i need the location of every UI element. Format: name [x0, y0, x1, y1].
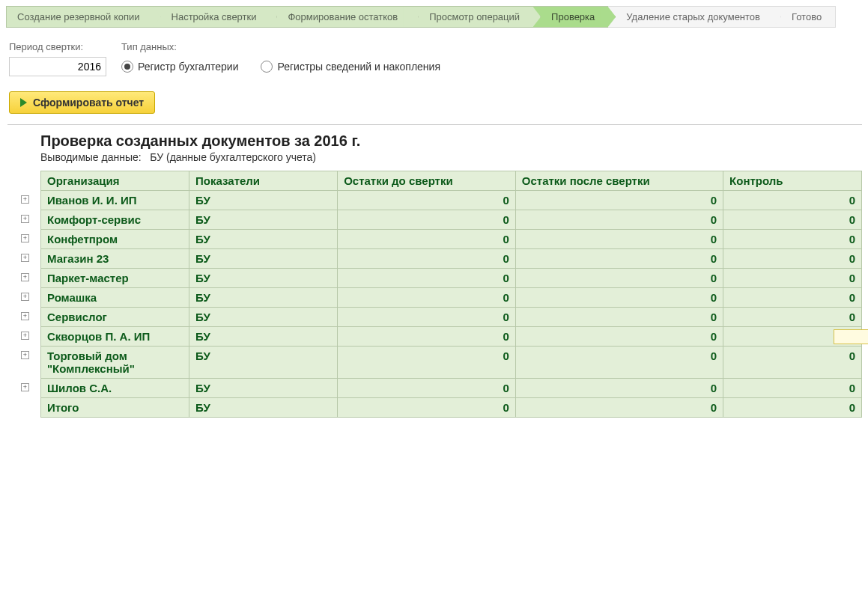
table-row: Магазин 23БУ000: [41, 249, 862, 269]
expand-icon[interactable]: +: [21, 332, 29, 340]
expand-icon[interactable]: +: [21, 293, 29, 301]
wizard-step-6[interactable]: Готово: [774, 6, 836, 28]
table-row: КонфетпромБУ000: [41, 230, 862, 249]
cell-after: 0: [515, 308, 723, 327]
cell-org: Паркет-мастер: [41, 269, 189, 288]
cell-control: 0: [723, 191, 862, 210]
cell-control: 0: [723, 308, 862, 327]
expand-icon[interactable]: +: [21, 383, 29, 391]
generate-report-label: Сформировать отчет: [33, 97, 144, 109]
cell-control: 0: [723, 249, 862, 269]
cell-after: 0: [515, 249, 723, 269]
cell-org: Торговый дом "Комплексный": [41, 347, 189, 379]
col-after: Остатки после свертки: [515, 171, 723, 191]
wizard-step-0[interactable]: Создание резервной копии: [6, 6, 154, 28]
wizard-step-5[interactable]: Удаление старых документов: [608, 6, 774, 28]
cell-org: Комфорт-сервис: [41, 210, 189, 230]
radio-icon: [121, 61, 133, 73]
expand-icon[interactable]: +: [21, 234, 29, 242]
table-row: Шилов С.А.БУ000: [41, 379, 862, 398]
expand-icon[interactable]: +: [21, 312, 29, 320]
cell-before: 0: [338, 347, 516, 379]
table-row: Комфорт-сервисБУ000: [41, 210, 862, 230]
side-tab[interactable]: [834, 329, 868, 344]
period-label: Период свертки:: [9, 41, 106, 52]
radio-accounting[interactable]: Регистр бухгалтерии: [121, 61, 238, 73]
wizard-steps: Создание резервной копииНастройка свертк…: [0, 0, 868, 28]
col-indicator: Показатели: [189, 171, 338, 191]
cell-org: Конфетпром: [41, 230, 189, 249]
table-row: Иванов И. И. ИПБУ000: [41, 191, 862, 210]
cell-after: 0: [515, 327, 723, 347]
cell-org: Ромашка: [41, 288, 189, 308]
table-row: РомашкаБУ000: [41, 288, 862, 308]
cell-after: 0: [515, 269, 723, 288]
cell-before: 0: [338, 230, 516, 249]
cell-org: Скворцов П. А. ИП: [41, 327, 189, 347]
radio-info-accumulation[interactable]: Регистры сведений и накопления: [261, 61, 440, 73]
cell-org: Сервислог: [41, 308, 189, 327]
play-icon: [20, 98, 27, 107]
col-org: Организация: [41, 171, 189, 191]
wizard-step-4[interactable]: Проверка: [533, 6, 608, 28]
cell-indicator: БУ: [189, 327, 338, 347]
cell-org: Иванов И. И. ИП: [41, 191, 189, 210]
generate-report-button[interactable]: Сформировать отчет: [9, 91, 155, 114]
radio-accounting-label: Регистр бухгалтерии: [138, 61, 238, 73]
cell-org: Итого: [41, 398, 189, 418]
cell-after: 0: [515, 230, 723, 249]
cell-org: Магазин 23: [41, 249, 189, 269]
cell-control: 0: [723, 210, 862, 230]
cell-after: 0: [515, 347, 723, 379]
cell-before: 0: [338, 210, 516, 230]
report-table: Организация Показатели Остатки до свертк…: [40, 171, 862, 418]
cell-before: 0: [338, 288, 516, 308]
report-title: Проверка созданных документов за 2016 г.: [40, 132, 829, 150]
type-label: Тип данных:: [121, 41, 440, 52]
cell-indicator: БУ: [189, 191, 338, 210]
cell-indicator: БУ: [189, 269, 338, 288]
cell-indicator: БУ: [189, 230, 338, 249]
expand-icon[interactable]: +: [21, 273, 29, 281]
cell-after: 0: [515, 379, 723, 398]
cell-control: 0: [723, 288, 862, 308]
cell-control: 0: [723, 379, 862, 398]
cell-indicator: БУ: [189, 308, 338, 327]
report-body: Организация Показатели Остатки до свертк…: [7, 171, 862, 418]
table-row: ИтогоБУ000: [41, 398, 862, 418]
col-before: Остатки до свертки: [338, 171, 516, 191]
cell-indicator: БУ: [189, 288, 338, 308]
cell-indicator: БУ: [189, 210, 338, 230]
cell-after: 0: [515, 210, 723, 230]
cell-before: 0: [338, 191, 516, 210]
cell-indicator: БУ: [189, 347, 338, 379]
wizard-step-2[interactable]: Формирование остатков: [270, 6, 411, 28]
cell-org: Шилов С.А.: [41, 379, 189, 398]
cell-indicator: БУ: [189, 249, 338, 269]
report-subtitle: Выводимые данные: БУ (данные бухгалтерск…: [40, 151, 829, 163]
table-row: Скворцов П. А. ИПБУ000: [41, 327, 862, 347]
cell-before: 0: [338, 327, 516, 347]
filters-row: Период свертки: Тип данных: Регистр бухг…: [0, 28, 868, 82]
cell-before: 0: [338, 269, 516, 288]
cell-after: 0: [515, 288, 723, 308]
wizard-step-1[interactable]: Настройка свертки: [154, 6, 270, 28]
expand-icon[interactable]: +: [21, 195, 29, 204]
col-control: Контроль: [723, 171, 862, 191]
cell-before: 0: [338, 249, 516, 269]
cell-before: 0: [338, 379, 516, 398]
cell-after: 0: [515, 191, 723, 210]
expand-icon[interactable]: +: [21, 351, 29, 359]
cell-control: 0: [723, 398, 862, 418]
expand-icon[interactable]: +: [21, 215, 29, 223]
cell-control: 0: [723, 230, 862, 249]
expand-icon[interactable]: +: [21, 254, 29, 262]
period-input[interactable]: [9, 57, 106, 76]
cell-control: 0: [723, 347, 862, 379]
table-row: Торговый дом "Комплексный"БУ000: [41, 347, 862, 379]
radio-icon: [261, 61, 273, 73]
cell-after: 0: [515, 398, 723, 418]
report-container: Проверка созданных документов за 2016 г.…: [7, 124, 862, 418]
wizard-step-3[interactable]: Просмотр операций: [411, 6, 533, 28]
cell-indicator: БУ: [189, 398, 338, 418]
